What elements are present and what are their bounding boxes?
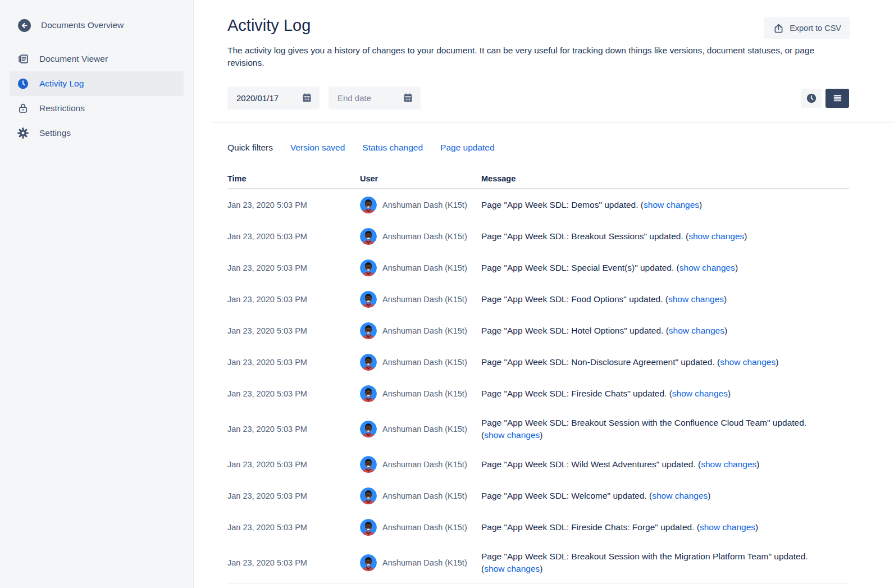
show-changes-link[interactable]: show changes: [484, 564, 540, 573]
user-name: Anshuman Dash (K15t): [382, 523, 467, 532]
user-avatar: [360, 519, 377, 536]
show-changes-link[interactable]: show changes: [701, 459, 756, 469]
page-description: The activity log gives you a history of …: [227, 44, 849, 69]
message-text: Page "App Week SDL: Non-Disclosure Agree…: [481, 357, 720, 367]
user-avatar: [360, 554, 377, 571]
message-suffix: ): [735, 263, 738, 272]
filter-bar: [227, 86, 849, 110]
user-name: Anshuman Dash (K15t): [382, 358, 467, 367]
table-row: Jan 23, 2020 5:03 PM: [227, 189, 849, 221]
sidebar-item-restrictions[interactable]: Restrictions: [10, 96, 184, 121]
show-changes-link[interactable]: show changes: [668, 294, 724, 304]
lock-icon: [17, 102, 29, 115]
activity-message: Page "App Week SDL: Breakout Session wit…: [481, 417, 829, 441]
quick-filters-label: Quick filters: [227, 143, 273, 153]
activity-message: Page "App Week SDL: Non-Disclosure Agree…: [481, 356, 829, 368]
user-avatar: [360, 259, 377, 276]
quick-filters: Quick filters Version saved Status chang…: [227, 143, 849, 153]
message-suffix: ): [708, 491, 710, 500]
main-content: Activity Log Export to CSV The activity …: [194, 0, 894, 588]
activity-message: Page "App Week SDL: Wild West Adventures…: [481, 458, 829, 471]
sidebar: Documents Overview Document Viewer Activ…: [0, 0, 194, 588]
show-changes-link[interactable]: show changes: [688, 231, 744, 241]
back-circle-icon: [17, 19, 31, 33]
export-to-csv-button[interactable]: Export to CSV: [764, 17, 850, 39]
show-changes-link[interactable]: show changes: [720, 357, 776, 367]
calendar-icon[interactable]: [402, 92, 414, 104]
show-changes-link[interactable]: show changes: [700, 522, 755, 532]
end-date-field[interactable]: [329, 86, 421, 110]
sidebar-item-documents-overview[interactable]: Documents Overview: [0, 13, 193, 38]
column-header-time: Time: [227, 174, 360, 183]
start-date-field[interactable]: [227, 86, 320, 110]
table-row: Jan 23, 2020 5:03 PM: [227, 221, 849, 252]
sidebar-item-document-viewer[interactable]: Document Viewer: [10, 47, 184, 71]
activity-table: Time User Message Jan 23, 2020 5:03 PM: [227, 174, 849, 588]
show-changes-link[interactable]: show changes: [679, 263, 735, 272]
calendar-icon[interactable]: [301, 92, 313, 104]
activity-user: Anshuman Dash (K15t): [360, 554, 481, 571]
time-view-button[interactable]: [801, 89, 822, 108]
message-text: Page "App Week SDL: Hotel Options" updat…: [481, 326, 669, 335]
user-avatar: [360, 291, 377, 308]
message-suffix: ): [776, 357, 778, 367]
activity-time: Jan 23, 2020 5:03 PM: [227, 460, 360, 469]
show-changes-link[interactable]: show changes: [652, 491, 708, 500]
activity-time: Jan 23, 2020 5:03 PM: [227, 491, 360, 500]
user-avatar: [360, 385, 377, 402]
activity-user: Anshuman Dash (K15t): [360, 354, 481, 371]
list-view-button[interactable]: [825, 89, 849, 108]
sidebar-item-settings[interactable]: Settings: [10, 121, 184, 145]
user-avatar: [360, 487, 377, 504]
start-date-input[interactable]: [236, 93, 294, 103]
message-suffix: ): [755, 522, 758, 532]
message-text: Page "App Week SDL: Special Event(s)" up…: [481, 263, 679, 272]
table-row: Jan 23, 2020 5:03 PM: [227, 378, 849, 409]
user-name: Anshuman Dash (K15t): [382, 491, 467, 500]
filter-version-saved[interactable]: Version saved: [290, 143, 345, 153]
activity-message: Page "App Week SDL: Fireside Chats: Forg…: [481, 521, 829, 534]
table-row: Jan 23, 2020 5:03 PM: [227, 512, 849, 543]
user-name: Anshuman Dash (K15t): [382, 460, 467, 469]
activity-message: Page "App Week SDL: Special Event(s)" up…: [481, 262, 829, 274]
filter-page-updated[interactable]: Page updated: [440, 143, 495, 153]
filter-status-changed[interactable]: Status changed: [362, 143, 423, 153]
user-name: Anshuman Dash (K15t): [382, 389, 467, 398]
table-row: Jan 23, 2020 5:03 PM: [227, 480, 849, 512]
user-name: Anshuman Dash (K15t): [382, 326, 467, 335]
export-button-label: Export to CSV: [790, 24, 841, 33]
show-changes-link[interactable]: show changes: [669, 326, 724, 335]
activity-time: Jan 23, 2020 5:03 PM: [227, 200, 360, 209]
message-suffix: ): [744, 231, 747, 241]
sidebar-nav: Document Viewer Activity Log Restriction…: [0, 47, 193, 145]
sidebar-item-label: Activity Log: [39, 79, 84, 89]
show-changes-link[interactable]: show changes: [672, 389, 728, 398]
activity-user: Anshuman Dash (K15t): [360, 259, 481, 276]
activity-time: Jan 23, 2020 5:03 PM: [227, 263, 360, 272]
column-header-message: Message: [481, 174, 829, 183]
user-avatar: [360, 322, 377, 339]
table-row: Jan 23, 2020 5:03 PM: [227, 347, 849, 378]
user-name: Anshuman Dash (K15t): [382, 200, 467, 209]
user-avatar: [360, 354, 377, 371]
activity-user: Anshuman Dash (K15t): [360, 421, 481, 437]
sidebar-item-activity-log[interactable]: Activity Log: [10, 71, 184, 96]
user-name: Anshuman Dash (K15t): [382, 425, 467, 434]
end-date-input[interactable]: [337, 93, 395, 103]
activity-message: Page "App Week SDL: Demos" updated. (sho…: [481, 199, 829, 211]
activity-time: Jan 23, 2020 5:03 PM: [227, 425, 360, 434]
time-view-icon: [805, 92, 818, 104]
activity-message: Page "App Week SDL: Fireside Chats" upda…: [481, 388, 829, 400]
activity-time: Jan 23, 2020 5:03 PM: [227, 523, 360, 532]
sidebar-back-label: Documents Overview: [41, 20, 124, 30]
show-changes-link[interactable]: show changes: [644, 200, 699, 209]
activity-user: Anshuman Dash (K15t): [360, 291, 481, 308]
bottom-divider: [227, 583, 849, 584]
user-name: Anshuman Dash (K15t): [382, 558, 467, 567]
export-icon: [773, 22, 784, 34]
message-text: Page "App Week SDL: Food Options" update…: [481, 294, 668, 304]
activity-user: Anshuman Dash (K15t): [360, 487, 481, 504]
message-suffix: ): [540, 564, 542, 573]
message-suffix: ): [756, 459, 759, 469]
show-changes-link[interactable]: show changes: [484, 430, 540, 440]
